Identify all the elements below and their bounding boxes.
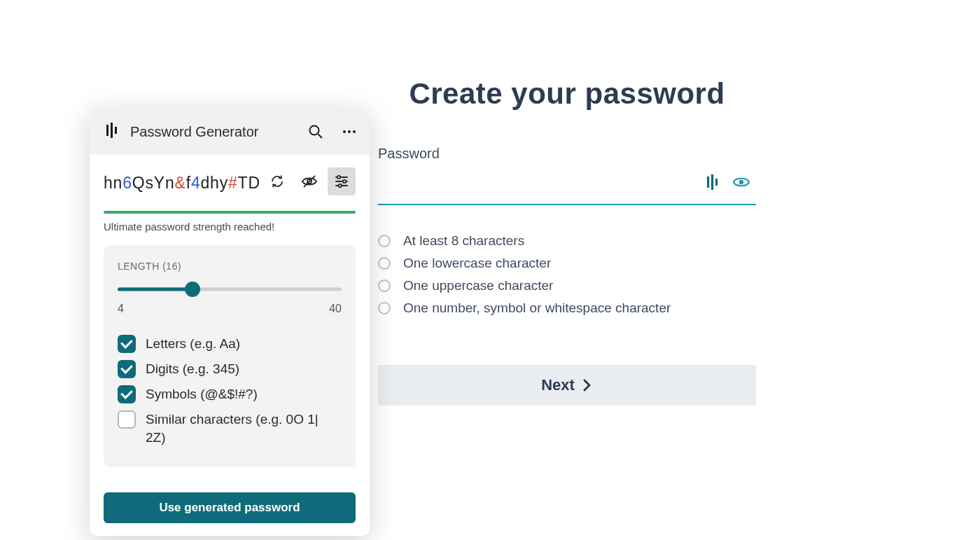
option-checkbox[interactable] bbox=[118, 410, 136, 429]
svg-rect-6 bbox=[115, 127, 117, 134]
length-slider[interactable] bbox=[118, 282, 342, 297]
requirement-text: One number, symbol or whitespace charact… bbox=[403, 300, 671, 316]
option-row: Similar characters (e.g. 0O 1| 2Z) bbox=[118, 410, 342, 446]
requirement-item: One lowercase character bbox=[378, 256, 756, 271]
create-password-form: Create your password Password At least 8… bbox=[378, 77, 756, 406]
dashlane-logo-icon bbox=[105, 122, 119, 141]
password-field-label: Password bbox=[378, 146, 756, 162]
password-input[interactable] bbox=[378, 167, 706, 204]
next-button[interactable]: Next bbox=[378, 365, 756, 406]
svg-point-7 bbox=[310, 126, 319, 135]
option-row: Letters (e.g. Aa) bbox=[118, 335, 342, 353]
svg-point-10 bbox=[348, 130, 351, 133]
requirement-status-icon bbox=[378, 257, 391, 270]
svg-point-17 bbox=[337, 176, 340, 179]
requirement-status-icon bbox=[378, 302, 391, 314]
use-generated-password-button[interactable]: Use generated password bbox=[104, 492, 356, 523]
more-options-icon[interactable] bbox=[342, 124, 357, 139]
requirement-status-icon bbox=[378, 235, 391, 247]
requirement-item: One number, symbol or whitespace charact… bbox=[378, 300, 756, 316]
svg-point-11 bbox=[353, 130, 356, 133]
dashlane-fill-icon[interactable] bbox=[706, 174, 720, 193]
password-field bbox=[378, 167, 756, 205]
slider-thumb[interactable] bbox=[185, 282, 200, 297]
requirement-text: One lowercase character bbox=[403, 256, 551, 271]
length-label: LENGTH (16) bbox=[118, 261, 342, 272]
generator-settings: LENGTH (16) 4 40 Letters (e.g. Aa)Digits… bbox=[104, 245, 356, 467]
option-label: Symbols (@&$!#?) bbox=[146, 385, 258, 403]
option-label: Letters (e.g. Aa) bbox=[146, 335, 240, 353]
password-generator-popup: Password Generator hn6QsYn&f4dhy#TD bbox=[90, 109, 370, 536]
option-row: Digits (e.g. 345) bbox=[118, 360, 342, 378]
popup-body: hn6QsYn&f4dhy#TD Ultimate password stren… bbox=[90, 155, 370, 480]
option-label: Digits (e.g. 345) bbox=[146, 360, 239, 378]
search-icon[interactable] bbox=[308, 124, 323, 139]
svg-point-9 bbox=[343, 130, 346, 133]
option-label: Similar characters (e.g. 0O 1| 2Z) bbox=[146, 410, 342, 446]
option-row: Symbols (@&$!#?) bbox=[118, 385, 342, 403]
chevron-right-icon bbox=[582, 378, 593, 392]
svg-point-18 bbox=[343, 180, 346, 183]
svg-line-8 bbox=[318, 134, 323, 139]
popup-header: Password Generator bbox=[90, 109, 370, 155]
password-requirements: At least 8 characters One lowercase char… bbox=[378, 233, 756, 316]
next-button-label: Next bbox=[541, 376, 575, 394]
hide-password-icon[interactable] bbox=[295, 167, 323, 195]
option-checkbox[interactable] bbox=[118, 360, 136, 378]
svg-point-19 bbox=[339, 184, 342, 187]
svg-rect-0 bbox=[707, 176, 709, 188]
length-min: 4 bbox=[118, 303, 124, 315]
popup-title: Password Generator bbox=[130, 124, 297, 140]
generated-password: hn6QsYn&f4dhy#TD bbox=[104, 170, 260, 197]
svg-rect-1 bbox=[711, 174, 713, 190]
requirement-item: One uppercase character bbox=[378, 278, 756, 293]
requirement-status-icon bbox=[378, 279, 391, 292]
page-title: Create your password bbox=[378, 77, 756, 111]
svg-rect-5 bbox=[111, 123, 113, 138]
length-value: 16 bbox=[166, 261, 178, 272]
svg-rect-2 bbox=[715, 179, 718, 186]
requirement-text: At least 8 characters bbox=[403, 233, 524, 249]
svg-rect-4 bbox=[106, 125, 108, 136]
length-label-prefix: LENGTH bbox=[118, 261, 160, 272]
regenerate-icon[interactable] bbox=[263, 167, 291, 195]
requirement-item: At least 8 characters bbox=[378, 233, 756, 249]
settings-icon[interactable] bbox=[328, 167, 356, 195]
svg-point-3 bbox=[739, 180, 743, 184]
option-checkbox[interactable] bbox=[118, 335, 136, 353]
strength-indicator bbox=[104, 211, 356, 214]
option-checkbox[interactable] bbox=[118, 385, 136, 403]
svg-line-13 bbox=[304, 176, 315, 187]
requirement-text: One uppercase character bbox=[403, 278, 553, 293]
strength-text: Ultimate password strength reached! bbox=[104, 221, 356, 233]
length-max: 40 bbox=[329, 303, 342, 315]
option-list: Letters (e.g. Aa)Digits (e.g. 345)Symbol… bbox=[118, 335, 342, 446]
show-password-icon[interactable] bbox=[732, 175, 750, 192]
